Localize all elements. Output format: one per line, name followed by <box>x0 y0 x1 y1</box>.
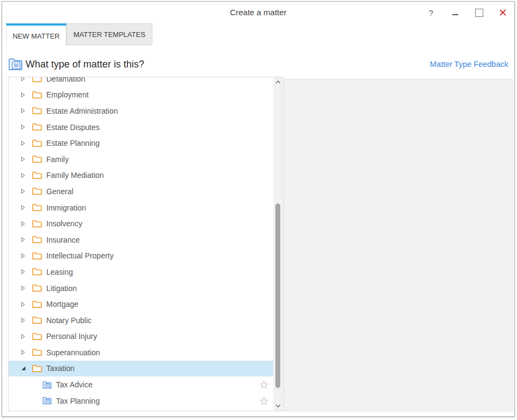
tree-item-label: Estate Disputes <box>46 123 100 132</box>
create-matter-dialog: Create a matter ? NEW MATTER MATTER TEMP… <box>2 1 515 417</box>
tree-item-insolvency[interactable]: Insolvency <box>9 215 273 232</box>
expand-icon[interactable] <box>21 188 27 194</box>
tree-item-label: Leasing <box>46 268 73 276</box>
tab-matter-templates[interactable]: MATTER TEMPLATES <box>66 23 152 45</box>
scroll-down-icon[interactable] <box>275 404 281 407</box>
tree-item-tax-planning[interactable]: MTax Planning <box>9 393 273 409</box>
tree-item-immigration[interactable]: Immigration <box>9 200 273 216</box>
tree-item-label: Superannuation <box>46 348 100 357</box>
expand-icon[interactable] <box>21 333 27 339</box>
folder-icon <box>32 203 42 212</box>
tree-item-label: Notary Public <box>46 316 91 325</box>
matter-type-icon: M <box>42 397 52 405</box>
folder-icon <box>32 77 42 83</box>
tab-new-matter[interactable]: NEW MATTER <box>6 23 66 46</box>
tree-item-estate-administration[interactable]: Estate Administration <box>9 103 273 119</box>
tree-item-label: Taxation <box>46 364 75 373</box>
tree-item-mortgage[interactable]: Mortgage <box>9 296 273 312</box>
help-button[interactable]: ? <box>423 4 439 21</box>
expand-icon[interactable] <box>21 349 27 355</box>
tree-item-label: General <box>46 187 73 196</box>
tree-item-personal-injury[interactable]: Personal Injury <box>9 329 273 345</box>
expand-icon[interactable] <box>21 140 27 146</box>
folder-icon <box>32 316 42 324</box>
page-title: What type of matter is this? <box>26 52 144 77</box>
minimize-button[interactable] <box>447 4 463 21</box>
tree-item-label: Immigration <box>46 203 86 212</box>
collapse-icon[interactable] <box>21 366 27 371</box>
close-icon <box>499 9 507 16</box>
tab-label: MATTER TEMPLATES <box>73 30 145 39</box>
tree-item-label: Insurance <box>46 236 79 244</box>
tree-item-general[interactable]: General <box>9 183 273 200</box>
tree-item-family-mediation[interactable]: Family Mediation <box>9 168 273 184</box>
maximize-button[interactable] <box>471 4 487 21</box>
tree-item-label: Family Mediation <box>46 171 104 180</box>
expand-icon[interactable] <box>21 92 27 98</box>
expand-icon[interactable] <box>21 156 27 162</box>
window-controls: ? <box>423 2 511 23</box>
folder-icon <box>32 268 42 276</box>
tree-scrollbar[interactable] <box>273 77 283 411</box>
help-icon: ? <box>429 8 433 17</box>
scroll-up-icon[interactable] <box>275 81 281 84</box>
tree-item-notary-public[interactable]: Notary Public <box>9 312 273 329</box>
folder-icon <box>32 365 42 373</box>
expand-icon[interactable] <box>21 172 27 178</box>
folder-icon <box>32 220 42 228</box>
matter-details-panel <box>284 79 513 411</box>
tree-item-intellectual-property[interactable]: Intellectual Property <box>9 248 273 264</box>
svg-text:M: M <box>14 63 18 69</box>
folder-icon <box>32 187 42 195</box>
tree-item-label: Estate Administration <box>46 107 118 115</box>
folder-icon <box>32 139 42 147</box>
tree-item-label: Employment <box>46 90 89 99</box>
tree-item-employment[interactable]: Employment <box>9 87 273 103</box>
expand-icon[interactable] <box>21 221 27 227</box>
tree-item-insurance[interactable]: Insurance <box>9 232 273 248</box>
expand-icon[interactable] <box>21 285 27 291</box>
close-button[interactable] <box>495 4 511 21</box>
tree-item-family[interactable]: Family <box>9 151 273 168</box>
matter-type-tree-panel: DefamationEmploymentEstate Administratio… <box>8 77 284 411</box>
expand-icon[interactable] <box>21 77 27 82</box>
expand-icon[interactable] <box>21 237 27 243</box>
folder-icon <box>32 348 42 356</box>
tree-item-taxation[interactable]: Taxation <box>9 361 273 377</box>
folder-icon <box>32 91 42 99</box>
matter-type-feedback-link[interactable]: Matter Type Feedback <box>430 52 508 77</box>
folder-icon <box>32 300 42 308</box>
expand-icon[interactable] <box>21 301 27 307</box>
folder-icon <box>32 123 42 131</box>
tree-item-label: Litigation <box>46 284 77 293</box>
folder-icon <box>32 155 42 163</box>
expand-icon[interactable] <box>21 124 27 130</box>
tree-item-defamation[interactable]: Defamation <box>9 77 273 87</box>
favorite-star-icon[interactable] <box>260 397 268 405</box>
expand-icon[interactable] <box>21 108 27 114</box>
tree-item-label: Tax Advice <box>56 380 93 389</box>
tree-item-label: Mortgage <box>46 300 78 308</box>
tree-item-estate-disputes[interactable]: Estate Disputes <box>9 119 273 135</box>
maximize-icon <box>475 9 483 17</box>
folder-icon <box>32 171 42 180</box>
tree-item-tax-advice[interactable]: MTax Advice <box>9 376 273 393</box>
tree-item-label: Intellectual Property <box>46 251 114 260</box>
tree-item-estate-planning[interactable]: Estate Planning <box>9 135 273 151</box>
tree-item-superannuation[interactable]: Superannuation <box>9 344 273 361</box>
folder-icon <box>32 284 42 292</box>
tree-item-litigation[interactable]: Litigation <box>9 280 273 297</box>
expand-icon[interactable] <box>21 205 27 211</box>
folder-icon <box>32 252 42 260</box>
matter-type-tree: DefamationEmploymentEstate Administratio… <box>9 77 273 411</box>
expand-icon[interactable] <box>21 253 27 259</box>
tree-item-leasing[interactable]: Leasing <box>9 264 273 280</box>
tab-strip: NEW MATTER MATTER TEMPLATES <box>2 23 514 46</box>
svg-text:M: M <box>46 399 48 403</box>
tree-item-label: Defamation <box>46 77 85 83</box>
scrollbar-thumb[interactable] <box>275 203 280 388</box>
expand-icon[interactable] <box>21 269 27 275</box>
favorite-star-icon[interactable] <box>260 380 268 389</box>
tree-item-label: Insolvency <box>46 219 82 228</box>
expand-icon[interactable] <box>21 317 27 323</box>
